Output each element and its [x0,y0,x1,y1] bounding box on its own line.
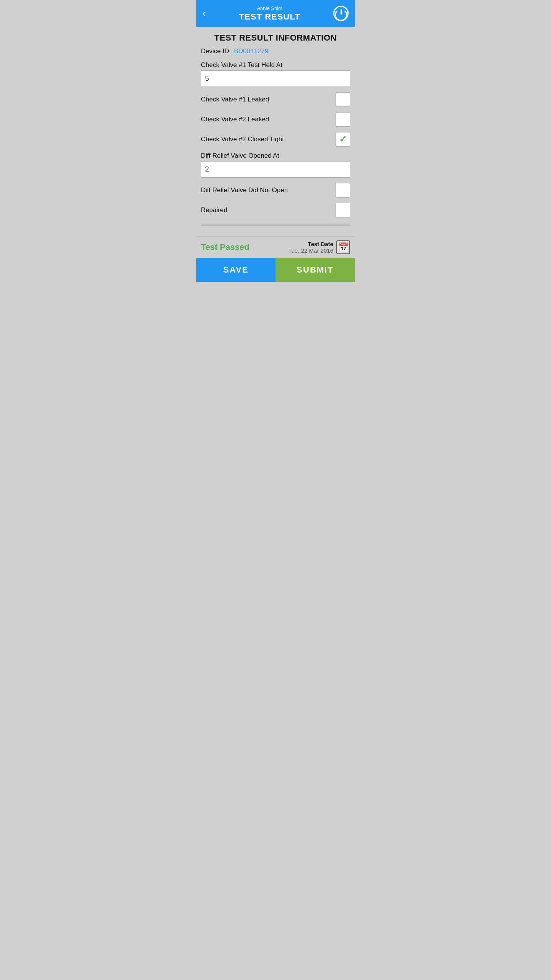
test-date-area: Test Date Tue, 22 Mar 2016 [288,240,350,254]
header-center: Annie Shim TEST RESULT [206,5,333,22]
drv-opened-at-label: Diff Relief Valve Opened At [201,152,350,160]
main-content: TEST RESULT INFORMATION Device ID: BD001… [196,27,355,236]
cv2-closed-tight-label: Check Valve #2 Closed Tight [201,136,284,143]
test-date-value: Tue, 22 Mar 2016 [288,247,333,254]
device-id-value: BD0011279 [234,47,268,55]
drv-not-open-label: Diff Relief Valve Did Not Open [201,186,288,194]
save-button[interactable]: SAVE [196,258,276,282]
back-button[interactable]: ‹ [202,8,206,19]
section-title: TEST RESULT INFORMATION [201,27,350,47]
header: ‹ Annie Shim TEST RESULT [196,0,355,27]
drv-opened-at-field: Diff Relief Valve Opened At [201,152,350,178]
bottom-info-bar: Test Passed Test Date Tue, 22 Mar 2016 [196,236,355,258]
power-button[interactable] [333,6,349,21]
submit-button[interactable]: SUBMIT [276,258,355,282]
test-status: Test Passed [201,242,249,252]
footer: SAVE SUBMIT [196,258,355,282]
test-date-label: Test Date [308,241,333,247]
cv2-leaked-row: Check Valve #2 Leaked [201,112,350,127]
drv-opened-at-input[interactable] [201,161,350,178]
cv2-closed-tight-checkbox[interactable] [336,132,350,147]
repaired-checkbox[interactable] [336,203,350,217]
device-id-row: Device ID: BD0011279 [201,47,350,55]
cv1-leaked-label: Check Valve #1 Leaked [201,96,269,103]
test-date-text: Test Date Tue, 22 Mar 2016 [288,241,333,254]
cv1-leaked-checkbox[interactable] [336,92,350,107]
cv1-held-at-input[interactable] [201,70,350,87]
calendar-icon[interactable] [336,240,350,254]
cv2-leaked-checkbox[interactable] [336,112,350,127]
header-title: TEST RESULT [206,12,333,22]
scroll-hint [201,223,350,226]
cv1-held-at-label: Check Valve #1 Test Held At [201,61,350,69]
repaired-row: Repaired [201,203,350,217]
repaired-label: Repaired [201,206,227,214]
drv-not-open-checkbox[interactable] [336,183,350,198]
device-id-label: Device ID: [201,47,231,55]
cv2-closed-tight-row: Check Valve #2 Closed Tight [201,132,350,147]
cv2-leaked-label: Check Valve #2 Leaked [201,116,269,123]
header-user: Annie Shim [206,5,333,11]
cv1-leaked-row: Check Valve #1 Leaked [201,92,350,107]
drv-not-open-row: Diff Relief Valve Did Not Open [201,183,350,198]
cv1-held-at-field: Check Valve #1 Test Held At [201,61,350,87]
